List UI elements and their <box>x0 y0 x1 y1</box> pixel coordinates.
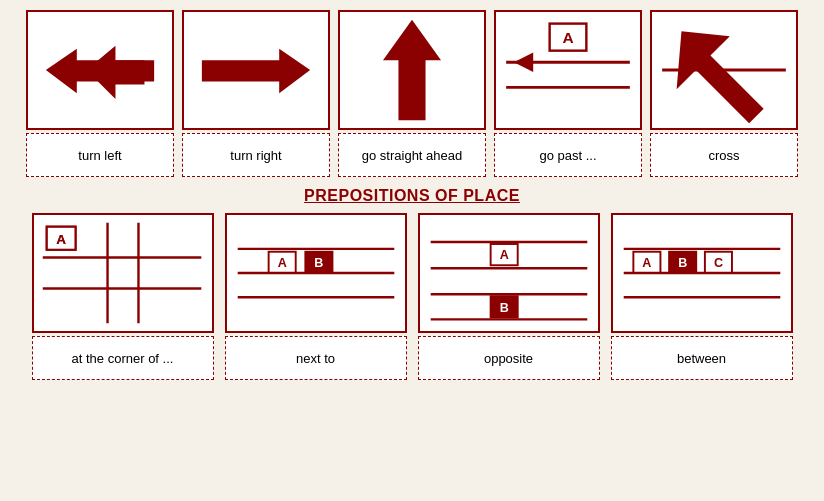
prepositions-row: A A at the corner of ... <box>10 213 814 380</box>
svg-rect-19 <box>42 258 202 289</box>
turn-right-icon-box <box>182 10 330 130</box>
go-past-label: go past ... <box>494 133 642 177</box>
opposite-svg: A B <box>420 215 598 331</box>
next-to-svg: A B <box>227 215 405 331</box>
svg-text:B: B <box>499 301 508 315</box>
go-straight-icon-box <box>338 10 486 130</box>
go-straight-label: go straight ahead <box>338 133 486 177</box>
turn-right-label: turn right <box>182 133 330 177</box>
at-corner-icon-box: A A <box>32 213 214 333</box>
svg-marker-3 <box>202 49 310 93</box>
svg-marker-8 <box>514 53 533 72</box>
prep-at-corner: A A at the corner of ... <box>30 213 215 380</box>
at-corner-svg: A A <box>34 215 212 331</box>
svg-text:C: C <box>713 256 722 270</box>
cross-icon-box <box>650 10 798 130</box>
svg-marker-2 <box>46 49 154 93</box>
svg-text:A: A <box>499 248 508 262</box>
prepositions-title: PREPOSITIONS OF PLACE <box>10 187 814 205</box>
prep-opposite: A B opposite <box>416 213 601 380</box>
svg-text:A: A <box>562 29 573 46</box>
go-straight-svg <box>340 12 484 128</box>
between-label: between <box>611 336 793 380</box>
between-svg: A B C <box>613 215 791 331</box>
go-past-svg: A <box>496 12 640 128</box>
next-to-icon-box: A B <box>225 213 407 333</box>
turn-left-svg <box>28 12 172 128</box>
turn-left-label: turn left <box>26 133 174 177</box>
sign-turn-right: turn right <box>180 10 332 177</box>
prep-between: A B C between <box>609 213 794 380</box>
sign-cross: cross <box>648 10 800 177</box>
sign-turn-left: turn left <box>24 10 176 177</box>
go-past-icon-box: A <box>494 10 642 130</box>
prep-next-to: A B next to <box>223 213 408 380</box>
direction-signs-row: turn left turn right go straight ahead A <box>10 10 814 177</box>
next-to-label: next to <box>225 336 407 380</box>
cross-svg <box>652 12 796 128</box>
at-corner-label: at the corner of ... <box>32 336 214 380</box>
sign-go-past: A go past ... <box>492 10 644 177</box>
svg-text:B: B <box>678 256 687 270</box>
svg-marker-4 <box>383 20 441 121</box>
between-icon-box: A B C <box>611 213 793 333</box>
cross-label: cross <box>650 133 798 177</box>
svg-text:B: B <box>314 256 323 270</box>
turn-right-svg <box>184 12 328 128</box>
svg-marker-10 <box>677 31 764 123</box>
svg-text:A: A <box>56 232 66 247</box>
opposite-label: opposite <box>418 336 600 380</box>
sign-go-straight: go straight ahead <box>336 10 488 177</box>
opposite-icon-box: A B <box>418 213 600 333</box>
svg-text:A: A <box>277 256 286 270</box>
turn-left-icon-box <box>26 10 174 130</box>
prepositions-section: PREPOSITIONS OF PLACE A <box>10 187 814 380</box>
svg-text:A: A <box>642 256 651 270</box>
